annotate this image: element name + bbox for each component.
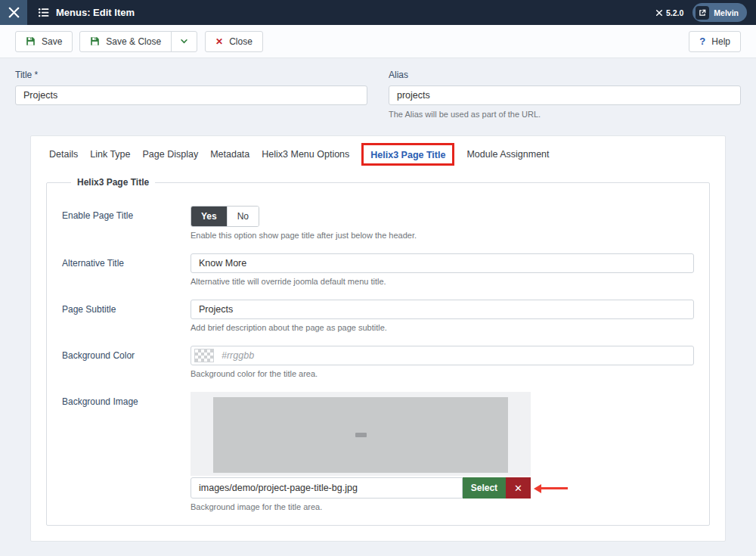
page-subtitle-input[interactable] [191, 300, 694, 319]
enable-page-title-row: Enable Page Title Yes No Enable this opt… [62, 206, 694, 240]
image-path-row: Select ✕ [191, 477, 531, 499]
background-image-control: Select ✕ Background image for the title … [191, 392, 694, 511]
save-options-dropdown-button[interactable] [171, 31, 197, 52]
menu-list-icon [38, 7, 49, 18]
background-image-row: Background Image Select ✕ [62, 392, 694, 511]
save-icon [90, 36, 100, 46]
tab-panel-helix3-page-title: Helix3 Page Title Enable Page Title Yes … [31, 171, 725, 541]
background-image-help: Background image for the title area. [191, 502, 694, 511]
top-navbar: Menus: Edit Item 5.2.0 Melvin [0, 0, 756, 25]
page-heading-wrap: Menus: Edit Item [38, 7, 135, 18]
clear-image-button[interactable]: ✕ [506, 477, 531, 499]
title-field-group: Title * [15, 70, 367, 119]
user-name: Melvin [714, 8, 739, 17]
user-menu-button[interactable]: Melvin [692, 3, 747, 22]
save-label: Save [42, 36, 62, 47]
enable-page-title-help: Enable this option show page title after… [191, 231, 694, 240]
page-subtitle-control: Add brief description about the page as … [191, 300, 694, 332]
toggle-no-option[interactable]: No [227, 207, 259, 226]
image-preview [213, 397, 508, 473]
background-image-widget: Select ✕ [191, 392, 531, 499]
save-icon [26, 36, 36, 46]
tab-metadata[interactable]: Metadata [210, 144, 249, 164]
image-preview-box [191, 392, 531, 476]
close-label: Close [229, 36, 253, 47]
page-subtitle-row: Page Subtitle Add brief description abou… [62, 300, 694, 332]
alias-help-text: The Alias will be used as part of the UR… [389, 110, 741, 119]
background-image-input[interactable] [191, 477, 463, 499]
background-color-help: Background color for the title area. [191, 369, 694, 378]
alias-label: Alias [389, 70, 741, 80]
save-and-close-label: Save & Close [106, 36, 161, 47]
background-color-input[interactable] [191, 346, 694, 365]
annotation-highlight-box: Helix3 Page Title [361, 143, 454, 166]
enable-page-title-label: Enable Page Title [62, 206, 175, 240]
page-subtitle-label: Page Subtitle [62, 300, 175, 332]
alternative-title-row: Alternative Title Alternative title will… [62, 253, 694, 286]
version-text: 5.2.0 [666, 8, 683, 17]
enable-page-title-toggle: Yes No [191, 206, 259, 227]
color-swatch[interactable] [194, 349, 214, 362]
background-color-control: Background color for the title area. [191, 346, 694, 378]
edit-item-card: Details Link Type Page Display Metadata … [30, 135, 726, 542]
joomla-version: 5.2.0 [655, 8, 683, 17]
page-title: Menus: Edit Item [56, 7, 135, 18]
background-color-label: Background Color [62, 346, 175, 378]
chevron-down-icon [180, 37, 188, 45]
enable-page-title-control: Yes No Enable this option show page titl… [191, 206, 694, 240]
tab-page-display[interactable]: Page Display [143, 144, 199, 164]
alternative-title-control: Alternative title will override joomla d… [191, 253, 694, 286]
joomla-version-icon [655, 9, 663, 17]
tab-bar: Details Link Type Page Display Metadata … [31, 136, 725, 171]
title-alias-row: Title * Alias The Alias will be used as … [15, 70, 741, 119]
title-input[interactable] [15, 85, 367, 105]
alternative-title-input[interactable] [191, 253, 694, 273]
joomla-logo-icon [8, 6, 20, 19]
close-x-icon: ✕ [215, 36, 223, 47]
tab-details[interactable]: Details [49, 144, 78, 164]
close-button[interactable]: ✕ Close [205, 31, 263, 52]
fieldset-legend: Helix3 Page Title [71, 177, 155, 188]
annotation-arrow [541, 487, 568, 489]
tab-helix3-menu-options[interactable]: Helix3 Menu Options [262, 144, 349, 164]
help-question-icon: ? [699, 36, 705, 47]
select-image-button[interactable]: Select [463, 477, 506, 499]
action-toolbar: Save Save & Close ✕ Close ? Help [0, 25, 756, 58]
help-label: Help [711, 36, 730, 47]
external-link-icon [696, 6, 709, 20]
color-input-wrap [191, 346, 694, 365]
alternative-title-help: Alternative title will override joomla d… [191, 277, 694, 286]
title-label: Title * [15, 70, 367, 80]
save-button[interactable]: Save [15, 31, 73, 52]
alias-field-group: Alias The Alias will be used as part of … [389, 70, 741, 119]
save-close-group: Save & Close [79, 31, 197, 52]
background-color-row: Background Color Background color for th… [62, 346, 694, 378]
alternative-title-label: Alternative Title [62, 253, 175, 286]
page-subtitle-help: Add brief description about the page as … [191, 323, 694, 332]
broken-image-icon [355, 433, 367, 437]
alias-input[interactable] [389, 85, 741, 105]
navbar-right: 5.2.0 Melvin [655, 3, 756, 22]
toggle-yes-option[interactable]: Yes [191, 207, 227, 226]
save-and-close-button[interactable]: Save & Close [79, 31, 172, 52]
tab-link-type[interactable]: Link Type [90, 144, 130, 164]
main-content: Title * Alias The Alias will be used as … [0, 58, 756, 542]
joomla-logo[interactable] [0, 0, 27, 25]
tab-module-assignment[interactable]: Module Assignment [466, 144, 549, 164]
tab-helix3-page-title[interactable]: Helix3 Page Title [370, 150, 445, 160]
background-image-label: Background Image [62, 392, 175, 511]
helix3-page-title-fieldset: Helix3 Page Title Enable Page Title Yes … [46, 177, 710, 526]
help-button[interactable]: ? Help [689, 31, 741, 52]
